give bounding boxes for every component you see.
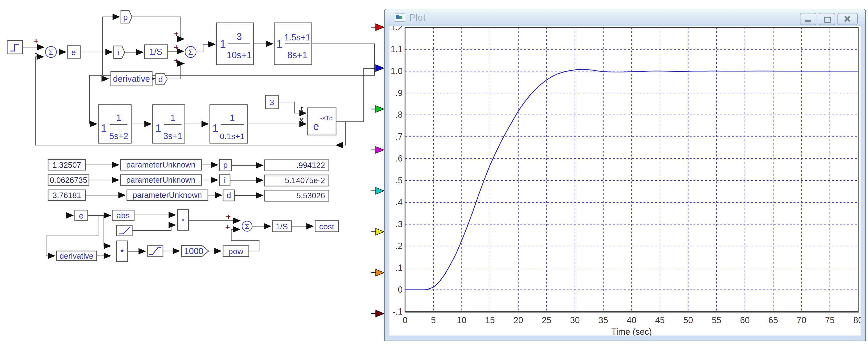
constant-3-label: 3 — [270, 98, 274, 107]
minimize-button[interactable] — [800, 13, 816, 25]
param-display-3: 5.53026 — [297, 191, 325, 200]
tf3-den: 5s+2 — [109, 131, 128, 141]
cost-integrator-label: 1/S — [276, 222, 288, 231]
svg-text:.4: .4 — [396, 197, 403, 207]
ramp-block[interactable] — [117, 225, 132, 236]
sum2-plus-1: + — [174, 29, 179, 38]
svg-text:30: 30 — [570, 315, 580, 325]
delay-base: e — [313, 120, 319, 132]
plot-window-titlebar[interactable]: Plot — [384, 9, 865, 26]
svg-text:75: 75 — [825, 315, 835, 325]
feedback-arrow — [336, 142, 343, 148]
x-tick-labels: 05101520253035404550556065707580 — [403, 315, 861, 325]
sum3-plus-2: + — [225, 222, 230, 232]
y-tick-labels: 1.21.11.0.9.8.7.6.5.4.3.2.10-.1 — [391, 26, 403, 317]
svg-text:20: 20 — [514, 315, 523, 325]
svg-text:.7: .7 — [396, 132, 403, 142]
param-gain-3: d — [227, 191, 231, 200]
svg-text:1.0: 1.0 — [391, 66, 403, 76]
tf5-num: 1 — [229, 113, 235, 123]
abs-label: abs — [117, 211, 130, 220]
sum1-sigma: Σ — [49, 48, 53, 57]
param-display-1: .994122 — [297, 161, 325, 170]
svg-text:1.1: 1.1 — [391, 44, 403, 54]
cost-e-label: e — [79, 211, 84, 220]
close-button[interactable] — [837, 13, 858, 25]
minimize-icon — [805, 20, 811, 22]
svg-text:55: 55 — [712, 315, 721, 325]
tf4-num: 1 — [170, 113, 175, 123]
svg-text:15: 15 — [485, 315, 495, 325]
plot-window: Plot 1.21.11.0.9.8.7.6.5.4.3.2.10-.10510… — [384, 9, 866, 341]
tf2-k: 1 — [276, 37, 283, 50]
step-input-block[interactable] — [7, 40, 23, 54]
sum2-plus-2: + — [174, 42, 179, 52]
sum2-sigma: Σ — [188, 48, 193, 57]
svg-text:65: 65 — [769, 315, 778, 325]
port-red — [371, 24, 384, 31]
i-label: i — [117, 48, 119, 57]
tf4-den: 3s+1 — [163, 131, 182, 141]
port-green — [371, 106, 384, 112]
x-axis-title: Time (sec) — [611, 327, 652, 336]
port-magenta — [371, 147, 384, 153]
step-response-chart: 1.21.11.0.9.8.7.6.5.4.3.2.10-.1051015202… — [390, 26, 861, 336]
sum1-minus-sign: - — [35, 48, 37, 58]
maximize-button[interactable] — [819, 13, 835, 25]
svg-text:.5: .5 — [396, 175, 403, 185]
derivative2-label: derivative — [59, 252, 93, 260]
sum3-sigma: Σ — [245, 222, 249, 230]
sum1-plus-sign: + — [34, 36, 38, 46]
param-display-2: 5.14075e-2 — [285, 176, 325, 185]
parameter-unknown-3: parameterUnknown — [133, 191, 202, 200]
plot-window-icon — [395, 13, 405, 22]
svg-text:45: 45 — [655, 315, 664, 325]
parameter-unknown-1: parameterUnknown — [126, 160, 195, 169]
param-value-2: 0.0626735 — [50, 176, 87, 184]
tf3-num: 1 — [116, 113, 121, 123]
e-label: e — [71, 48, 76, 57]
svg-text:5: 5 — [431, 315, 436, 325]
svg-text:10: 10 — [457, 315, 467, 325]
svg-text:50: 50 — [683, 315, 693, 325]
product2-label: * — [120, 248, 124, 257]
svg-text:80: 80 — [853, 315, 861, 325]
svg-text:0: 0 — [403, 315, 407, 325]
plot-window-title: Plot — [409, 12, 426, 23]
gain-1000-label: 1000 — [184, 246, 204, 256]
svg-text:40: 40 — [627, 315, 636, 325]
svg-text:.6: .6 — [396, 153, 403, 164]
port-blue — [371, 65, 384, 71]
delay-exponent: -sTd — [320, 115, 333, 122]
plot-canvas: 1.21.11.0.9.8.7.6.5.4.3.2.10-.1051015202… — [390, 26, 861, 336]
svg-text:1.2: 1.2 — [391, 26, 403, 32]
series-step-response — [405, 69, 858, 290]
svg-text:25: 25 — [542, 315, 551, 325]
svg-text:70: 70 — [797, 315, 806, 325]
param-gain-1: p — [223, 161, 228, 169]
svg-text:.8: .8 — [396, 110, 403, 120]
tf1-num: 3 — [237, 31, 242, 42]
derivative-label: derivative — [113, 74, 150, 84]
sum3-plus-1: + — [226, 212, 231, 221]
product1-label: * — [181, 216, 185, 226]
gain-i-block[interactable] — [114, 46, 125, 58]
svg-text:.1: .1 — [396, 263, 403, 273]
parameter-unknown-2: parameterUnknown — [126, 175, 195, 184]
svg-text:.2: .2 — [396, 241, 403, 251]
svg-text:60: 60 — [740, 315, 750, 325]
param-gain-2: i — [224, 176, 225, 184]
param-value-1: 1.32507 — [53, 161, 81, 169]
delay-t-input-label: t — [301, 105, 303, 113]
svg-text:.3: .3 — [396, 219, 403, 229]
svg-text:.9: .9 — [396, 88, 403, 98]
sum2-plus-3: + — [174, 56, 179, 65]
grid-lines — [405, 27, 858, 312]
pow-label: pow — [228, 247, 244, 256]
port-cyan — [371, 187, 384, 194]
tf5-k: 1 — [213, 122, 218, 134]
tf2-num: 1.5s+1 — [284, 32, 310, 42]
tf4-k: 1 — [155, 122, 161, 134]
scicos-workspace: Σ Σ Σ e p i 1/S derivative d 1 3 10s+1 1… — [0, 0, 868, 348]
svg-text:35: 35 — [598, 315, 608, 325]
